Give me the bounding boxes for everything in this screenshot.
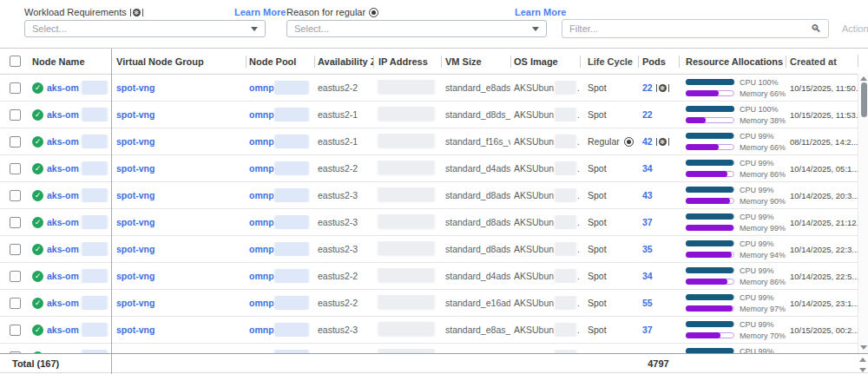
virtual-node-group-link[interactable]: spot-vng — [116, 244, 155, 254]
node-pool-link[interactable]: omnp — [249, 325, 274, 335]
column-header-availability-zone[interactable]: Availability Zone — [314, 49, 373, 74]
cpu-bar — [686, 240, 734, 246]
virtual-node-group-link[interactable]: spot-vng — [116, 109, 155, 120]
chevron-down-icon — [251, 27, 258, 31]
node-pool-link[interactable]: omnp — [249, 163, 274, 174]
column-header-ip-address[interactable]: IP Address — [373, 49, 441, 74]
node-name-link[interactable]: aks-om — [47, 217, 79, 227]
filter-input[interactable] — [562, 23, 811, 34]
availability-zone-cell: eastus2-3 — [314, 190, 373, 200]
actions-button[interactable]: Actions — [842, 23, 868, 34]
workload-learn-more-link[interactable]: Learn More — [234, 7, 286, 17]
node-pool-link[interactable]: omnp — [249, 82, 274, 93]
column-header-resource-allocations[interactable]: Resource Allocations ↓ ≡ — [679, 49, 786, 74]
page-scroll-down-icon[interactable] — [859, 368, 866, 372]
node-name-link[interactable]: aks-om — [47, 136, 79, 147]
scroll-up-arrow-icon[interactable] — [860, 76, 867, 81]
node-name-link[interactable]: aks-om — [47, 82, 79, 93]
node-pool-link[interactable]: omnp — [249, 109, 274, 120]
virtual-node-group-link[interactable]: spot-vng — [116, 298, 155, 308]
vm-size-cell: standard_e8ads... — [441, 82, 510, 93]
virtual-node-group-link[interactable]: spot-vng — [116, 190, 155, 200]
pods-count-link[interactable]: 22 — [642, 109, 653, 120]
node-pool-link[interactable]: omnp — [249, 244, 274, 254]
cpu-label: CPU 99% — [740, 320, 774, 329]
pods-count-link[interactable]: 55 — [642, 298, 653, 308]
row-checkbox[interactable] — [10, 244, 21, 255]
pods-count-link[interactable]: 42 — [642, 136, 653, 147]
row-checkbox[interactable] — [10, 271, 21, 282]
column-header-virtual-node-group[interactable]: Virtual Node Group — [111, 49, 246, 74]
cpu-bar-fill — [686, 267, 733, 273]
vm-size-cell: standard_d8ads... — [441, 190, 510, 200]
memory-bar — [686, 171, 734, 177]
virtual-node-group-link[interactable]: spot-vng — [116, 271, 155, 281]
virtual-node-group-link[interactable]: spot-vng — [116, 217, 155, 227]
pods-count-link[interactable]: 43 — [642, 190, 653, 200]
memory-bar-fill — [686, 305, 733, 312]
row-checkbox[interactable] — [10, 325, 21, 336]
reason-learn-more-link[interactable]: Learn More — [515, 7, 566, 17]
page-scrollbar[interactable] — [858, 354, 868, 374]
node-pool-link[interactable]: omnp — [249, 271, 274, 281]
virtual-node-group-link[interactable]: spot-vng — [116, 163, 155, 174]
table-vertical-scrollbar[interactable] — [858, 74, 868, 353]
row-checkbox[interactable] — [10, 190, 21, 201]
node-pool-link[interactable]: omnp — [249, 217, 274, 227]
column-header-node-name[interactable]: Node Name — [30, 49, 111, 74]
node-name-link[interactable]: aks-om — [47, 298, 79, 308]
total-count: Total (167) — [12, 358, 59, 369]
pods-count-link[interactable]: 37 — [642, 325, 653, 335]
chevron-down-icon — [532, 27, 539, 31]
column-header-os-image[interactable]: OS Image — [510, 49, 580, 74]
column-header-node-pool[interactable]: Node Pool — [246, 49, 314, 74]
virtual-node-group-link[interactable]: spot-vng — [116, 136, 155, 147]
column-header-pods[interactable]: Pods — [638, 49, 679, 74]
pods-count-link[interactable]: 37 — [642, 217, 653, 227]
os-image-cell: AKSUbun — [514, 271, 554, 281]
node-pool-link[interactable]: omnp — [249, 298, 274, 308]
row-checkbox[interactable] — [10, 298, 21, 309]
memory-line: Memory 86% — [686, 168, 786, 180]
pods-count-link[interactable]: 34 — [642, 163, 653, 174]
virtual-node-group-link[interactable]: spot-vng — [116, 82, 155, 93]
node-name-link[interactable]: aks-om — [47, 190, 79, 200]
node-name-link[interactable]: aks-om — [47, 325, 79, 335]
pods-count-link[interactable]: 22 — [642, 82, 653, 93]
pods-count-link[interactable]: 35 — [642, 244, 653, 254]
scroll-down-arrow-icon[interactable] — [860, 345, 867, 350]
redacted-node-pool — [275, 81, 308, 95]
column-header-vm-size[interactable]: VM Size — [441, 49, 510, 74]
page-scroll-up-icon[interactable] — [859, 358, 866, 362]
scrollbar-thumb[interactable] — [861, 82, 867, 117]
virtual-node-group-link[interactable]: spot-vng — [116, 325, 155, 335]
table-row: ✓ aks-om spot-vng omnp eastus2-3 standar… — [0, 236, 868, 263]
reason-for-regular-select[interactable]: Select... — [286, 20, 547, 37]
workload-requirements-select[interactable]: Select... — [24, 20, 266, 37]
os-image-cell: AKSUbun — [514, 244, 554, 254]
column-header-life-cycle[interactable]: Life Cycle — [580, 49, 638, 74]
node-name-link[interactable]: aks-om — [47, 244, 79, 254]
vm-size-cell: standard_d8ads... — [441, 244, 510, 254]
row-checkbox[interactable] — [10, 217, 21, 228]
node-pool-link[interactable]: omnp — [249, 190, 274, 200]
availability-zone-cell: eastus2-3 — [314, 325, 373, 335]
vm-size-cell: standard_e8as_v4 — [441, 325, 510, 335]
node-pool-link[interactable]: omnp — [249, 136, 274, 147]
node-name-link[interactable]: aks-om — [47, 271, 79, 281]
row-checkbox[interactable] — [10, 163, 21, 174]
cpu-label: CPU 99% — [740, 186, 774, 194]
memory-bar-fill — [686, 144, 719, 150]
cpu-label: CPU 99% — [740, 132, 774, 141]
row-checkbox[interactable] — [10, 82, 21, 94]
select-all-checkbox[interactable] — [10, 56, 21, 67]
row-checkbox[interactable] — [10, 109, 21, 121]
node-name-link[interactable]: aks-om — [47, 109, 79, 120]
pods-count-link[interactable]: 34 — [642, 271, 653, 281]
memory-label: Memory 99% — [740, 224, 786, 233]
row-checkbox[interactable] — [10, 136, 21, 148]
column-header-created-at[interactable]: Created at — [786, 49, 858, 74]
memory-bar-fill — [686, 332, 720, 338]
redacted-os-image — [556, 323, 575, 337]
node-name-link[interactable]: aks-om — [47, 163, 79, 174]
